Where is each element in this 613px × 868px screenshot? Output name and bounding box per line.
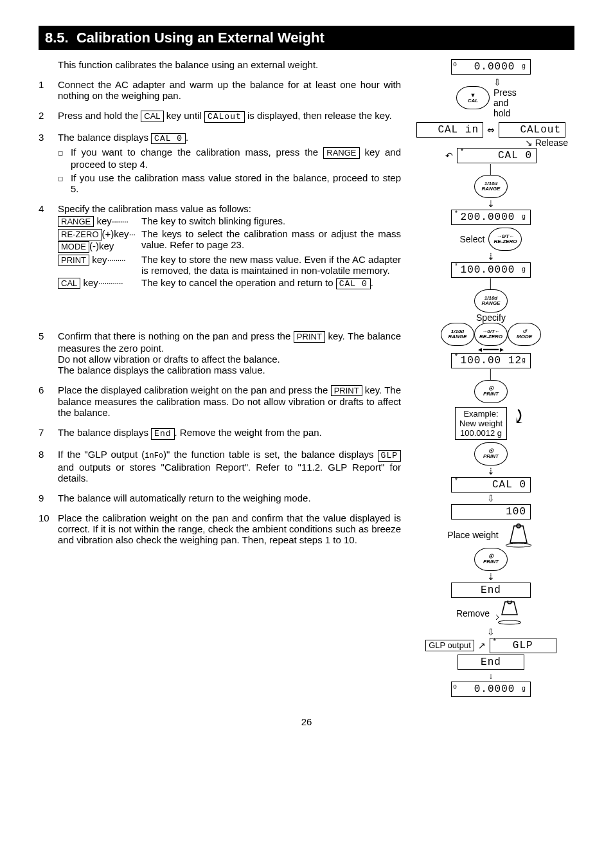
lcd-calout: CALout (499, 122, 565, 138)
press-hold-label: ⇩ Press and hold (493, 77, 526, 118)
bullet-mark: ◻ (58, 172, 71, 194)
print-button-icon: ⦿ PRINT (474, 442, 508, 466)
cal0-display: CAL 0 (336, 278, 371, 290)
range-key-ref: RANGE (58, 216, 94, 228)
lcd-cal0: CAL 0 (457, 148, 537, 163)
flowchart-column: o0.0000 g ▼ CAL ⇩ Press and hold CAL in … (407, 59, 574, 697)
lcd-end2: End (458, 655, 524, 670)
cal-key-ref: CAL (141, 111, 163, 122)
print-button-icon: ⦿ PRINT (474, 548, 508, 571)
cal0-display: CAL 0 (151, 133, 186, 145)
step-4: 4 Specify the calibration mass value as … (39, 203, 401, 289)
page-number: 26 (39, 716, 574, 727)
svg-point-1 (506, 543, 531, 547)
info-text: inFo (145, 451, 163, 460)
lcd-200: 200.0000 g (451, 210, 531, 225)
section-header: 8.5. Calibration Using an External Weigh… (39, 26, 574, 50)
remove-label: Remove (456, 608, 490, 619)
step-1: 1 Connect the AC adapter and warm up the… (39, 79, 401, 101)
cal-key-ref: CAL (58, 278, 80, 289)
range-button-icon: 1/10d RANGE (474, 289, 508, 312)
cal-button-icon: ▼ CAL (456, 86, 490, 109)
step-3: 3 The balance displays CAL 0. ◻ If you w… (39, 132, 401, 194)
lcd-100b: 100 (451, 504, 531, 520)
step-7: 7 The balance displays End. Remove the w… (39, 427, 401, 440)
print-key-ref: PRINT (331, 385, 362, 397)
glp-display: GLP (378, 450, 401, 462)
lcd-start: o0.0000 g (451, 59, 531, 75)
place-weight-label: Place weight (447, 530, 498, 540)
step-6: 6 Place the displayed calibration weight… (39, 384, 401, 419)
step-10: 10 Place the calibration weight on the p… (39, 512, 401, 545)
section-number: 8.5. (45, 30, 69, 46)
rezero-key-ref: RE-ZERO (58, 229, 102, 240)
step-8: 8 If the "GLP output (inFo)" the functio… (39, 449, 401, 484)
mode-key-ref: MODE (58, 241, 89, 253)
select-label: Select (460, 234, 485, 244)
step-9: 9 The balance will automatically return … (39, 493, 401, 503)
glp-output-label: GLP output (425, 640, 474, 651)
remove-weight-icon (493, 601, 526, 626)
step-2: 2 Press and hold the CAL key until CALou… (39, 110, 401, 123)
svg-point-3 (498, 620, 521, 624)
lcd-100: 100.0000 g (451, 262, 531, 278)
print-key-ref: PRINT (58, 255, 89, 266)
bullet-mark: ◻ (58, 147, 71, 170)
section-title: Calibration Using an External Weight (76, 30, 324, 46)
end-display: End (151, 428, 174, 440)
step-5: 5 Confirm that there is nothing on the p… (39, 330, 401, 375)
specify-label: Specify (476, 312, 506, 323)
calout-display: CALout (204, 111, 245, 123)
release-label: ↘ Release (407, 138, 574, 148)
lcd-100-12: 100.00 12g (451, 353, 531, 368)
curve-arrow-icon: ↶ (445, 150, 453, 161)
print-button-icon: ⦿ PRINT (474, 380, 508, 403)
mode-button-icon: ↺ MODE (508, 323, 541, 346)
lcd-final: o0.0000 g (451, 682, 531, 697)
rezero-button-icon: →0/T← RE-ZERO (488, 228, 522, 251)
lcd-cal0-b: CAL 0 (451, 477, 531, 493)
lcd-glp: GLP (490, 638, 556, 653)
print-key-ref: PRINT (294, 331, 325, 343)
range-key-ref: RANGE (323, 147, 359, 159)
intro-text: This function calibrates the balance usi… (58, 59, 401, 70)
lcd-calin: CAL in (416, 122, 483, 138)
range-button-icon: 1/10d RANGE (474, 175, 508, 198)
arrow-lr-icon: ⇔ (487, 125, 495, 135)
main-text-column: This function calibrates the balance usi… (39, 59, 407, 554)
weight-icon (502, 522, 535, 548)
example-box: Example: New weight 100.0012 g (455, 407, 507, 440)
lcd-end: End (451, 583, 531, 598)
range-button-icon: 1/10d RANGE (441, 323, 474, 346)
rezero-button-icon: →0/T← RE-ZERO (474, 323, 508, 346)
